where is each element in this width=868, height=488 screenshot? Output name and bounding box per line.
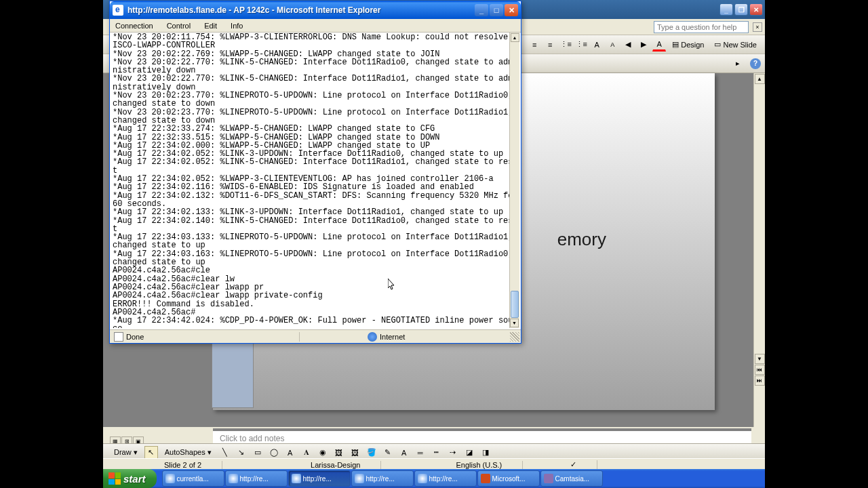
new-slide-label: New Slide bbox=[723, 41, 757, 49]
scroll-down-icon[interactable]: ▼ bbox=[755, 354, 765, 364]
taskbar-item[interactable]: http://re... bbox=[351, 470, 414, 487]
fill-color-icon[interactable]: 🪣 bbox=[365, 446, 378, 460]
status-done: Done bbox=[126, 333, 144, 341]
textbox-icon[interactable]: A bbox=[283, 446, 297, 460]
slide-scrollbar[interactable]: ▲ ▼ ⏮ ⏭ bbox=[753, 73, 765, 427]
prev-slide-icon[interactable]: ⏮ bbox=[755, 365, 765, 375]
taskbar-item-label: http://re... bbox=[429, 475, 458, 483]
taskbar-item-label: http://re... bbox=[366, 475, 395, 483]
arrow-icon[interactable]: ↘ bbox=[235, 446, 248, 460]
terminal-scroll-thumb[interactable] bbox=[511, 291, 519, 318]
ie-icon bbox=[355, 474, 364, 483]
camtasia-icon bbox=[544, 474, 553, 483]
3d-icon[interactable]: ◨ bbox=[479, 446, 492, 460]
taskbar-item[interactable]: currentla... bbox=[162, 470, 224, 487]
slide-body-text: emory bbox=[557, 229, 606, 250]
terminal-output[interactable]: *Nov 23 20:02:11.754: %LWAPP-3-CLIENTERR… bbox=[111, 33, 519, 328]
scroll-up-icon[interactable]: ▲ bbox=[755, 74, 765, 84]
shadow-icon[interactable]: ◪ bbox=[462, 446, 476, 460]
start-label: start bbox=[123, 473, 146, 485]
ppt-minimize-button[interactable]: _ bbox=[719, 3, 733, 16]
resize-grip[interactable] bbox=[510, 332, 519, 342]
document-icon bbox=[114, 332, 123, 342]
taskbar-item[interactable]: Microsoft... bbox=[477, 470, 540, 487]
terminal-scroll-up-icon[interactable]: ▲ bbox=[511, 33, 519, 42]
line-icon[interactable]: ╲ bbox=[218, 446, 232, 460]
design-label: Design bbox=[681, 41, 704, 49]
taskbar-item[interactable]: Camtasia... bbox=[540, 470, 603, 487]
taskbar-item-label: currentla... bbox=[177, 475, 209, 483]
slide-counter: Slide 2 of 2 bbox=[144, 461, 222, 469]
help-icon[interactable]: ? bbox=[750, 58, 761, 69]
increase-indent-icon[interactable]: ▶ bbox=[637, 38, 650, 52]
slide-thumbnail[interactable] bbox=[212, 340, 254, 408]
menu-connection[interactable]: Connection bbox=[113, 20, 156, 31]
picture-icon[interactable]: 🖼 bbox=[349, 446, 362, 460]
ie-title: http://remotelabs.flane.de - AP 1242c - … bbox=[127, 5, 475, 15]
taskbar-item-label: http://re... bbox=[240, 475, 269, 483]
align-left-icon[interactable]: ≡ bbox=[528, 38, 541, 52]
menu-info[interactable]: Info bbox=[228, 20, 245, 31]
font-color-icon[interactable]: A bbox=[652, 38, 666, 52]
ie-close-button[interactable]: ✕ bbox=[505, 4, 518, 16]
taskbar-items: currentla...http://re...http://re...http… bbox=[162, 470, 603, 487]
bullets-icon[interactable]: ⋮≡ bbox=[559, 38, 572, 52]
ie-window: http://remotelabs.flane.de - AP 1242c - … bbox=[109, 1, 521, 344]
ie-icon bbox=[229, 474, 238, 483]
decrease-indent-icon[interactable]: ◀ bbox=[621, 38, 635, 52]
numbering-icon[interactable]: ⋮≡ bbox=[574, 38, 588, 52]
menu-edit[interactable]: Edit bbox=[201, 20, 220, 31]
ie-minimize-button[interactable]: _ bbox=[475, 4, 488, 16]
ie-maximize-button[interactable]: □ bbox=[490, 4, 503, 16]
font-color-draw-icon[interactable]: A bbox=[397, 446, 411, 460]
arrow-style-icon[interactable]: ⇢ bbox=[446, 446, 460, 460]
taskbar-item-label: Camtasia... bbox=[555, 475, 590, 483]
diagram-icon[interactable]: ◉ bbox=[316, 446, 330, 460]
autoshapes-menu[interactable]: AutoShapes ▾ bbox=[161, 447, 216, 458]
status-zone: Internet bbox=[380, 333, 405, 341]
terminal-scrollbar[interactable]: ▲ ▼ bbox=[509, 33, 519, 328]
ie-titlebar[interactable]: http://remotelabs.flane.de - AP 1242c - … bbox=[110, 1, 521, 19]
taskbar-item-label: http://re... bbox=[303, 475, 332, 483]
new-slide-button[interactable]: ▭ New Slide bbox=[710, 38, 761, 52]
powerpoint-icon bbox=[481, 474, 490, 483]
taskbar-item-label: Microsoft... bbox=[492, 475, 526, 483]
help-search-input[interactable] bbox=[654, 21, 749, 33]
terminal-menubar: Connection Control Edit Info bbox=[110, 19, 521, 33]
dash-style-icon[interactable]: ┅ bbox=[430, 446, 443, 460]
ppt-close-button[interactable]: ✕ bbox=[749, 3, 763, 16]
language-status: English (U.S.) bbox=[435, 461, 523, 469]
line-style-icon[interactable]: ═ bbox=[414, 446, 427, 460]
taskbar-item[interactable]: http://re... bbox=[225, 470, 288, 487]
ppt-restore-button[interactable]: ❐ bbox=[734, 3, 748, 16]
ie-status-bar: Done Internet bbox=[110, 329, 521, 343]
clipart-icon[interactable]: 🖼 bbox=[332, 446, 346, 460]
draw-menu[interactable]: Draw ▾ bbox=[110, 447, 142, 458]
toolbar-expand-icon[interactable]: ▸ bbox=[731, 57, 745, 70]
decrease-font-icon[interactable]: A bbox=[606, 38, 619, 52]
design-button[interactable]: ▤ Design bbox=[668, 38, 708, 52]
next-slide-icon[interactable]: ⏭ bbox=[755, 375, 765, 386]
ie-icon bbox=[113, 5, 123, 16]
oval-icon[interactable]: ◯ bbox=[267, 446, 281, 460]
menu-control[interactable]: Control bbox=[164, 20, 193, 31]
taskbar-item[interactable]: http://re... bbox=[288, 470, 351, 487]
notes-placeholder: Click to add notes bbox=[220, 434, 284, 443]
help-close-button[interactable]: × bbox=[753, 22, 762, 32]
rectangle-icon[interactable]: ▭ bbox=[251, 446, 264, 460]
wordart-icon[interactable]: 𝐀 bbox=[300, 446, 313, 460]
start-button[interactable]: start bbox=[103, 469, 157, 488]
align-center-icon[interactable]: ≡ bbox=[543, 38, 557, 52]
windows-logo-icon bbox=[108, 472, 121, 485]
line-color-icon[interactable]: ✎ bbox=[381, 446, 395, 460]
ie-icon bbox=[418, 474, 427, 483]
template-name: Larissa-Design bbox=[290, 461, 381, 469]
increase-font-icon[interactable]: A bbox=[590, 38, 604, 52]
ie-icon bbox=[292, 474, 301, 483]
terminal-scroll-down-icon[interactable]: ▼ bbox=[510, 319, 519, 327]
taskbar-item[interactable]: http://re... bbox=[414, 470, 477, 487]
select-icon[interactable]: ↖ bbox=[144, 446, 158, 460]
taskbar: start currentla...http://re...http://re.… bbox=[103, 469, 765, 488]
internet-zone-icon bbox=[368, 332, 377, 342]
spellcheck-icon[interactable]: ✓ bbox=[550, 460, 597, 469]
